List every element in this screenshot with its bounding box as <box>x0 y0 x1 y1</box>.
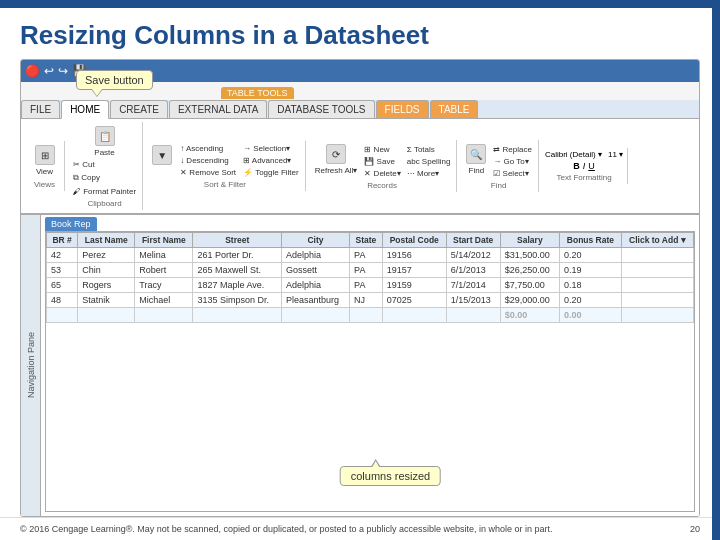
refresh-btn[interactable]: ⟳ Refresh All▾ <box>312 142 361 177</box>
col-header-br[interactable]: BR # <box>47 233 78 248</box>
toggle-filter-btn[interactable]: ⚡ Toggle Filter <box>241 167 301 178</box>
ribbon-tabs: FILE HOME CREATE EXTERNAL DATA DATABASE … <box>21 100 699 119</box>
table-tools-label: TABLE TOOLS <box>227 88 288 98</box>
page-number: 20 <box>690 524 700 534</box>
descending-btn[interactable]: ↓ Descending <box>178 155 238 166</box>
page-title: Resizing Columns in a Datasheet <box>20 20 700 51</box>
tab-home[interactable]: HOME <box>61 100 109 119</box>
col-header-postal[interactable]: Postal Code <box>382 233 446 248</box>
col-header-add[interactable]: Click to Add ▾ <box>621 233 693 248</box>
save-record-btn[interactable]: 💾 Save <box>362 156 402 167</box>
datasheet-area: Book Rep BR # Last Name First Name Stree… <box>41 215 699 516</box>
ribbon-group-formatting: Calibri (Detail) ▾ 11 ▾ B I U Text Forma… <box>541 148 628 184</box>
right-accent-bar <box>712 0 720 540</box>
records-label: Records <box>367 181 397 190</box>
title-area: Resizing Columns in a Datasheet <box>0 8 720 59</box>
remove-sort-btn[interactable]: ✕ Remove Sort <box>178 167 238 178</box>
paste-btn[interactable]: 📋 Paste <box>91 124 117 159</box>
select-btn[interactable]: ☑ Select▾ <box>491 168 534 179</box>
col-header-salary[interactable]: Salary <box>500 233 559 248</box>
top-accent-bar <box>0 0 720 8</box>
cut-btn[interactable]: ✂ Cut <box>71 159 138 170</box>
view-icon: ⊞ <box>35 145 55 165</box>
db-area: Navigation Pane Book Rep BR # Last Name … <box>21 215 699 516</box>
new-record-btn[interactable]: ⊞ New <box>362 144 402 155</box>
table-row[interactable]: 42PerezMelina261 Porter Dr.AdelphiaPA191… <box>47 248 694 263</box>
find-label: Find <box>491 181 507 190</box>
copyright-text: © 2016 Cengage Learning®. May not be sca… <box>20 524 553 534</box>
col-header-first[interactable]: First Name <box>135 233 193 248</box>
access-icon: 🔴 <box>25 64 40 78</box>
table-row[interactable]: 65RogersTracy1827 Maple Ave.AdelphiaPA19… <box>47 278 694 293</box>
replace-btn[interactable]: ⇄ Replace <box>491 144 534 155</box>
undo-icon[interactable]: ↩ <box>44 64 54 78</box>
tab-create[interactable]: CREATE <box>110 100 168 118</box>
access-window: Save button 🔴 ↩ ↪ 💾 TABLE TOOLS FILE HOM… <box>20 59 700 517</box>
tab-database-tools[interactable]: DATABASE TOOLS <box>268 100 374 118</box>
view-btn[interactable]: ⊞ View <box>32 143 58 178</box>
more-btn[interactable]: ⋯ More▾ <box>405 168 453 179</box>
main-content: Save button 🔴 ↩ ↪ 💾 TABLE TOOLS FILE HOM… <box>0 59 720 517</box>
sort-filter-label: Sort & Filter <box>204 180 246 189</box>
ribbon-group-views: ⊞ View Views <box>25 141 65 191</box>
tab-fields[interactable]: FIELDS <box>376 100 429 118</box>
nav-pane-label: Navigation Pane <box>26 332 36 398</box>
underline-btn[interactable]: U <box>588 161 595 171</box>
ribbon-group-records: ⟳ Refresh All▾ ⊞ New 💾 Save ✕ Delete▾ Σ … <box>308 140 458 192</box>
goto-btn[interactable]: → Go To▾ <box>491 156 534 167</box>
ribbon-group-clipboard: 📋 Paste ✂ Cut ⧉ Copy 🖌 Format Painter Cl… <box>67 122 143 210</box>
object-tab[interactable]: Book Rep <box>45 217 97 231</box>
spelling-btn[interactable]: abc Spelling <box>405 156 453 167</box>
format-painter-btn[interactable]: 🖌 Format Painter <box>71 186 138 197</box>
table-new-row[interactable]: $0.000.00 <box>47 308 694 323</box>
ribbon: TABLE TOOLS FILE HOME CREATE EXTERNAL DA… <box>21 82 699 215</box>
views-label: Views <box>34 180 55 189</box>
footer: © 2016 Cengage Learning®. May not be sca… <box>0 517 720 540</box>
find-btn[interactable]: 🔍 Find <box>463 142 489 177</box>
copy-btn[interactable]: ⧉ Copy <box>71 172 138 184</box>
tab-external-data[interactable]: EXTERNAL DATA <box>169 100 267 118</box>
columns-resized-callout: columns resized <box>340 466 441 486</box>
advanced-btn[interactable]: ⊞ Advanced▾ <box>241 155 301 166</box>
filter-icon: ▼ <box>152 145 172 165</box>
tab-table[interactable]: TABLE <box>430 100 479 118</box>
table-header-row: BR # Last Name First Name Street City St… <box>47 233 694 248</box>
save-button-callout: Save button <box>76 70 153 90</box>
totals-btn[interactable]: Σ Totals <box>405 144 453 155</box>
col-header-state[interactable]: State <box>350 233 383 248</box>
italic-btn[interactable]: I <box>583 161 586 171</box>
tab-file[interactable]: FILE <box>21 100 60 118</box>
table-row[interactable]: 53ChinRobert265 Maxwell St.GossettPA1915… <box>47 263 694 278</box>
page-container: Resizing Columns in a Datasheet Save but… <box>0 0 720 540</box>
clipboard-label: Clipboard <box>87 199 121 208</box>
col-header-street[interactable]: Street <box>193 233 281 248</box>
datasheet-table: BR # Last Name First Name Street City St… <box>46 232 694 323</box>
refresh-icon: ⟳ <box>326 144 346 164</box>
ribbon-group-find: 🔍 Find ⇄ Replace → Go To▾ ☑ Select▾ Find <box>459 140 539 192</box>
col-header-start[interactable]: Start Date <box>446 233 500 248</box>
paste-icon: 📋 <box>95 126 115 146</box>
table-row[interactable]: 48StatnikMichael3135 Simpson Dr.Pleasant… <box>47 293 694 308</box>
col-header-bonus[interactable]: Bonus Rate <box>560 233 622 248</box>
filter-btn[interactable]: ▼ <box>149 143 175 178</box>
ascending-btn[interactable]: ↑ Ascending <box>178 143 238 154</box>
col-header-city[interactable]: City <box>281 233 349 248</box>
redo-icon[interactable]: ↪ <box>58 64 68 78</box>
selection-btn[interactable]: → Selection▾ <box>241 143 301 154</box>
navigation-pane[interactable]: Navigation Pane <box>21 215 41 516</box>
find-icon: 🔍 <box>466 144 486 164</box>
bold-btn[interactable]: B <box>573 161 580 171</box>
ribbon-content: ⊞ View Views 📋 Paste ✂ Cut ⧉ Cop <box>21 119 699 215</box>
col-header-last[interactable]: Last Name <box>78 233 135 248</box>
ribbon-group-sort-filter: ▼ ↑ Ascending ↓ Descending ✕ Remove Sort… <box>145 141 306 191</box>
delete-btn[interactable]: ✕ Delete▾ <box>362 168 402 179</box>
text-formatting-label: Text Formatting <box>556 173 611 182</box>
